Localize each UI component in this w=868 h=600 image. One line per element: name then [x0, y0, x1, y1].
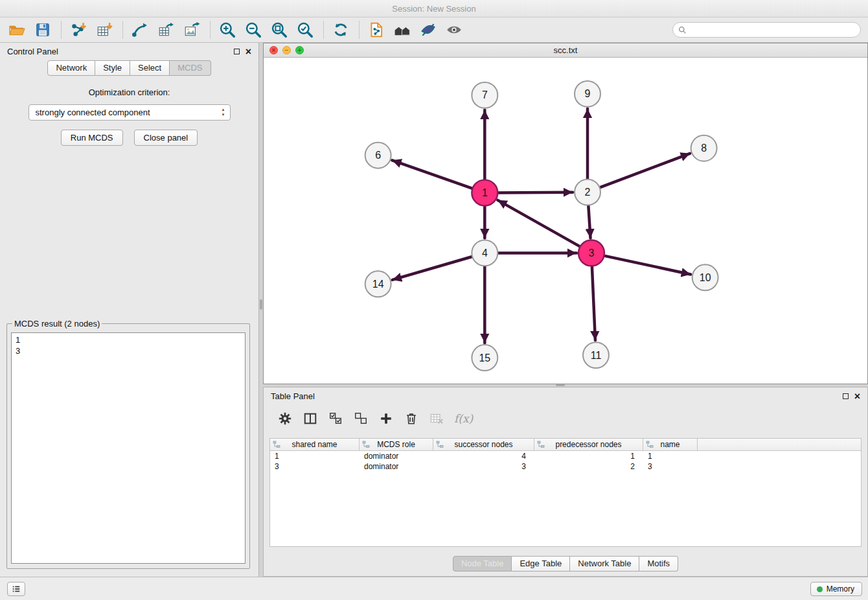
table-panel-title: Table Panel	[271, 391, 315, 401]
open-session-button[interactable]	[6, 19, 27, 40]
graph-node-4[interactable]: 4	[472, 240, 497, 266]
graph-node-7[interactable]: 7	[472, 82, 497, 108]
delete-table-button[interactable]	[429, 410, 444, 427]
mcds-result-line: 1	[16, 334, 241, 345]
save-session-button[interactable]	[32, 19, 53, 40]
tab-select[interactable]: Select	[130, 60, 170, 76]
search-box[interactable]	[672, 22, 861, 38]
select-all-button[interactable]	[328, 410, 343, 427]
column-header-successor-nodes[interactable]: successor nodes	[433, 439, 534, 450]
column-header-shared-name[interactable]: shared name	[270, 439, 360, 450]
table-settings-button[interactable]	[277, 410, 293, 427]
tab-motifs[interactable]: Motifs	[639, 556, 678, 571]
maximize-window-button[interactable]: +	[295, 46, 304, 54]
tab-mcds[interactable]: MCDS	[170, 60, 211, 76]
splitter-handle[interactable]	[260, 299, 262, 310]
control-panel-header: Control Panel ×	[0, 43, 258, 60]
graph-node-10[interactable]: 10	[692, 264, 718, 290]
graph-edge-4-14[interactable]	[393, 257, 472, 280]
show-columns-button[interactable]	[303, 410, 318, 427]
export-image-button[interactable]	[181, 19, 202, 40]
network-graph[interactable]: 7968124314101511	[264, 58, 867, 384]
search-input[interactable]	[690, 25, 855, 35]
search-icon	[678, 26, 687, 34]
table-header-row: shared name MCDS role successor nodes pr…	[270, 439, 861, 451]
zoom-fit-button[interactable]	[269, 19, 290, 40]
svg-text:2: 2	[585, 187, 591, 198]
function-builder-button[interactable]: f(x)	[454, 410, 473, 427]
graph-edge-1-2[interactable]	[498, 192, 573, 193]
column-type-icon	[646, 441, 654, 448]
optimization-criterion-dropdown[interactable]: strongly connected component ▲ ▼	[29, 104, 231, 121]
tab-network[interactable]: Network	[47, 60, 95, 76]
graph-node-14[interactable]: 14	[365, 271, 391, 297]
deselect-all-button[interactable]	[353, 410, 369, 427]
import-table-button[interactable]	[94, 19, 115, 40]
zoom-out-button[interactable]	[243, 19, 264, 40]
float-panel-icon[interactable]	[234, 49, 240, 54]
apply-layout-button[interactable]	[330, 19, 351, 40]
apply-style-button[interactable]	[418, 19, 439, 40]
show-hide-button[interactable]	[444, 19, 464, 40]
new-table-button[interactable]	[155, 19, 176, 40]
graph-edge-3-11[interactable]	[592, 266, 595, 340]
list-menu-icon	[12, 584, 21, 594]
graph-edge-1-6[interactable]	[392, 160, 472, 188]
close-panel-button[interactable]: Close panel	[134, 130, 198, 146]
float-panel-icon[interactable]	[843, 393, 849, 399]
table-row[interactable]: 3 dominator 3 2 3	[270, 461, 861, 472]
tab-style[interactable]: Style	[95, 60, 130, 76]
graph-node-6[interactable]: 6	[365, 143, 391, 168]
cell-shared-name: 3	[270, 461, 360, 472]
clone-network-button[interactable]	[366, 19, 387, 40]
cell-mcds-role: dominator	[360, 461, 433, 472]
new-network-button[interactable]	[130, 19, 150, 40]
new-network-icon	[131, 21, 148, 38]
main-toolbar	[0, 17, 868, 43]
close-panel-icon[interactable]: ×	[246, 47, 251, 57]
graph-edge-2-8[interactable]	[600, 154, 691, 187]
graph-edge-3-10[interactable]	[604, 256, 691, 275]
checked-boxes-icon	[328, 411, 343, 426]
column-type-icon	[537, 441, 545, 448]
cell-name: 1	[643, 451, 698, 461]
cell-successor-nodes: 3	[433, 461, 534, 472]
open-folder-icon	[8, 21, 25, 38]
run-mcds-button[interactable]: Run MCDS	[61, 130, 123, 146]
mcds-result-fieldset: MCDS result (2 nodes) 1 3	[6, 319, 250, 569]
graph-node-3[interactable]: 3	[578, 240, 604, 266]
panel-menu-button[interactable]	[7, 582, 25, 596]
column-header-name[interactable]: name	[643, 439, 698, 450]
graph-node-15[interactable]: 15	[472, 345, 497, 371]
mcds-result-list[interactable]: 1 3	[11, 332, 246, 564]
zoom-selected-button[interactable]	[295, 19, 315, 40]
graph-node-8[interactable]: 8	[691, 135, 717, 161]
tab-edge-table[interactable]: Edge Table	[512, 556, 570, 571]
tab-network-table[interactable]: Network Table	[570, 556, 639, 571]
graph-edge-3-1[interactable]	[497, 200, 579, 246]
graph-node-9[interactable]: 9	[575, 81, 600, 107]
graph-node-2[interactable]: 2	[575, 179, 600, 205]
add-entry-button[interactable]	[378, 410, 394, 427]
close-panel-icon[interactable]: ×	[854, 391, 860, 402]
zoom-in-button[interactable]	[217, 19, 238, 40]
close-window-icon: ×	[272, 47, 276, 54]
network-window-titlebar[interactable]: × − + scc.txt	[264, 43, 867, 58]
session-title: Session: New Session	[392, 4, 475, 14]
network-canvas[interactable]: 7968124314101511	[264, 58, 867, 384]
graph-node-1[interactable]: 1	[472, 180, 497, 206]
close-window-button[interactable]: ×	[269, 46, 278, 54]
column-header-predecessor-nodes[interactable]: predecessor nodes	[534, 439, 643, 450]
minimize-window-button[interactable]: −	[282, 46, 291, 54]
splitter-handle[interactable]	[556, 384, 565, 386]
graph-node-11[interactable]: 11	[583, 342, 609, 368]
table-row[interactable]: 1 dominator 4 1 1	[270, 451, 861, 461]
graph-edge-2-3[interactable]	[588, 206, 590, 238]
memory-button[interactable]: Memory	[810, 582, 862, 596]
tab-node-table[interactable]: Node Table	[453, 556, 512, 571]
column-header-mcds-role[interactable]: MCDS role	[360, 439, 433, 450]
import-network-button[interactable]	[68, 19, 89, 40]
first-neighbors-button[interactable]	[392, 19, 413, 40]
delete-entry-button[interactable]	[404, 410, 419, 427]
svg-text:6: 6	[375, 150, 381, 161]
